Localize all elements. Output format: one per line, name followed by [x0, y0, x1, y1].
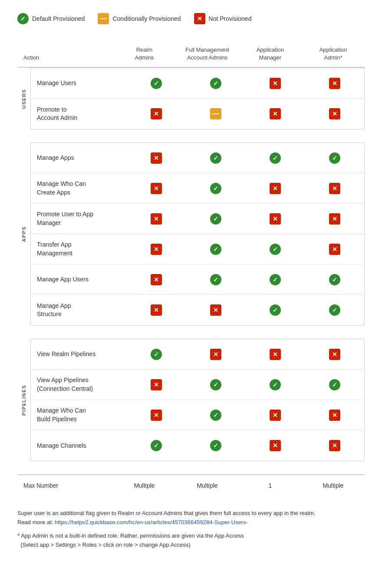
check-icon: ✓	[151, 349, 162, 360]
icon-cell: ✕	[126, 183, 186, 194]
check-icon: ✓	[210, 78, 221, 89]
icon-cell: ✕	[245, 78, 305, 89]
x-icon: ✕	[151, 274, 162, 285]
x-icon: ✕	[151, 379, 162, 390]
x-icon: ✕	[151, 213, 162, 225]
x-icon: ✕	[210, 304, 221, 316]
footer-note1: Super user is an additional flag given t…	[17, 509, 365, 527]
x-icon: ✕	[270, 213, 281, 225]
icon-cell: ✕	[126, 244, 186, 255]
check-icon: ✓	[210, 213, 221, 225]
section-pipelines: PIPELINESView Realm Pipelines✓✕✕✕View Ap…	[17, 339, 365, 461]
table-row: View App Pipelines(Connection Central)✕✓…	[31, 370, 364, 400]
section-label-pipelines: PIPELINES	[21, 385, 26, 416]
x-icon: ✕	[329, 440, 340, 451]
check-icon: ✓	[151, 440, 162, 451]
legend-not-provisioned: ✕ Not Provisioned	[194, 13, 252, 24]
header-col1: RealmAdmins	[113, 46, 176, 62]
x-icon: ✕	[270, 349, 281, 360]
x-icon: ✕	[151, 304, 162, 316]
table-row: Manage AppStructure✕✕✓✓	[31, 295, 364, 325]
header-row: Action RealmAdmins Full ManagementAccoun…	[17, 42, 365, 68]
footer-note1-link[interactable]: https://helpv2.quickbase.com/hc/en-us/ar…	[55, 519, 248, 525]
check-icon: ✓	[210, 410, 221, 421]
icon-cell: ✕	[305, 440, 364, 451]
x-icon: ✕	[329, 349, 340, 360]
max-val-3: 1	[239, 482, 302, 489]
icon-cell: —	[186, 108, 245, 119]
x-icon: ✕	[270, 183, 281, 194]
header-col3: ApplicationManager	[239, 46, 302, 62]
icon-cell: ✓	[305, 379, 364, 390]
action-cell: Transfer AppManagement	[31, 235, 126, 264]
x-icon: ✕	[151, 410, 162, 421]
icon-cell: ✕	[126, 410, 186, 421]
minus-icon: —	[98, 13, 109, 24]
section-label-users: USERS	[21, 89, 26, 109]
icon-cell: ✕	[245, 440, 305, 451]
action-cell: Manage Channels	[31, 436, 126, 456]
icon-cell: ✓	[186, 274, 245, 285]
check-icon: ✓	[210, 244, 221, 255]
icon-cell: ✓	[126, 440, 186, 451]
icon-cell: ✕	[245, 183, 305, 194]
x-icon: ✕	[270, 440, 281, 451]
table-row: Manage Users✓✓✕✕	[31, 68, 364, 99]
action-cell: Manage Who CanCreate Apps	[31, 174, 126, 203]
icon-cell: ✓	[186, 244, 245, 255]
check-icon: ✓	[270, 304, 281, 316]
footer-note2: * App Admin is not a built-in defined ro…	[17, 532, 365, 550]
check-icon: ✓	[17, 13, 29, 24]
max-label: Max Number	[17, 482, 113, 489]
icon-cell: ✕	[126, 108, 186, 119]
x-icon: ✕	[151, 152, 162, 164]
check-icon: ✓	[210, 152, 221, 164]
action-cell: Manage Users	[31, 73, 126, 94]
table-row: View Realm Pipelines✓✕✕✕	[31, 339, 364, 370]
check-icon: ✓	[329, 152, 340, 164]
action-cell: Promote toAccount Admin	[31, 99, 126, 129]
icon-cell: ✓	[186, 379, 245, 390]
action-cell: View Realm Pipelines	[31, 344, 126, 365]
max-val-1: Multiple	[113, 482, 176, 489]
icon-cell: ✕	[186, 304, 245, 316]
check-icon: ✓	[270, 152, 281, 164]
icon-cell: ✓	[186, 410, 245, 421]
check-icon: ✓	[329, 304, 340, 316]
action-cell: Manage Apps	[31, 148, 126, 168]
table-row: Manage Apps✕✓✓✓	[31, 143, 364, 173]
legend-conditional: — Conditionally Provisioned	[98, 13, 181, 24]
icon-cell: ✓	[186, 183, 245, 194]
icon-cell: ✕	[305, 410, 364, 421]
max-row: Max Number Multiple Multiple 1 Multiple	[17, 474, 365, 496]
check-icon: ✓	[151, 78, 162, 89]
icon-cell: ✓	[186, 440, 245, 451]
x-icon: ✕	[270, 410, 281, 421]
icon-cell: ✓	[186, 152, 245, 164]
header-col4: ApplicationAdmin*	[302, 46, 365, 62]
table-row: Manage Who CanBuild Pipelines✕✓✕✕	[31, 400, 364, 430]
icon-cell: ✕	[126, 213, 186, 225]
icon-cell: ✓	[245, 304, 305, 316]
action-cell: Promote User to AppManager	[31, 204, 126, 233]
x-icon: ✕	[194, 13, 205, 24]
check-icon: ✓	[270, 379, 281, 390]
icon-cell: ✕	[305, 244, 364, 255]
x-icon: ✕	[329, 410, 340, 421]
icon-cell: ✕	[305, 108, 364, 119]
x-icon: ✕	[151, 108, 162, 119]
icon-cell: ✕	[305, 183, 364, 194]
max-val-2: Multiple	[176, 482, 239, 489]
check-icon: ✓	[210, 274, 221, 285]
icon-cell: ✓	[245, 274, 305, 285]
check-icon: ✓	[210, 440, 221, 451]
legend-not-label: Not Provisioned	[209, 15, 252, 22]
action-cell: View App Pipelines(Connection Central)	[31, 370, 126, 399]
x-icon: ✕	[329, 183, 340, 194]
sections-container: USERSManage Users✓✓✕✕Promote toAccount A…	[17, 68, 365, 461]
icon-cell: ✓	[245, 244, 305, 255]
icon-cell: ✓	[245, 152, 305, 164]
icon-cell: ✓	[126, 78, 186, 89]
table-row: Manage App Users✕✓✓✓	[31, 264, 364, 295]
icon-cell: ✕	[126, 379, 186, 390]
